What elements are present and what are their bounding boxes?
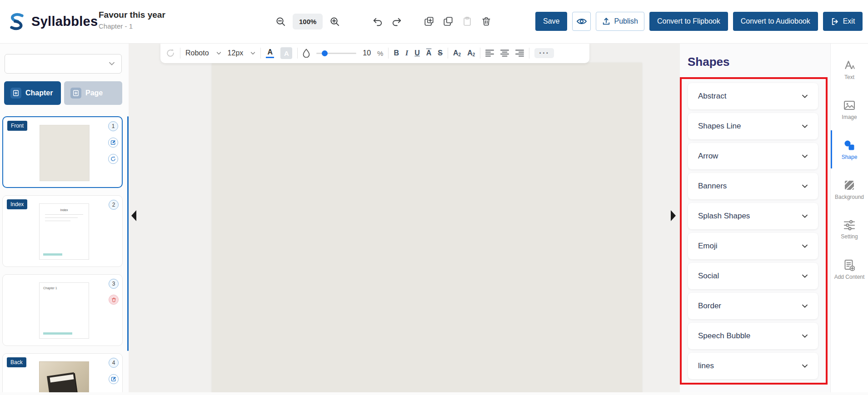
superscript-base: A	[467, 49, 473, 57]
superscript-button[interactable]: A2	[467, 49, 475, 57]
add-chapter-icon	[10, 88, 21, 99]
bold-button[interactable]: B	[394, 49, 399, 57]
preview-button[interactable]	[572, 12, 591, 31]
tab-setting[interactable]: Setting	[831, 213, 868, 246]
tab-background[interactable]: Background	[831, 173, 868, 206]
font-color-button[interactable]: A	[266, 48, 274, 58]
page-card-index[interactable]: Index 2 Index	[2, 195, 123, 267]
divider	[480, 48, 480, 59]
shape-category-shapes-line[interactable]: Shapes Line	[688, 113, 818, 139]
align-center-button[interactable]	[500, 49, 509, 57]
delete-page-button[interactable]	[109, 295, 119, 305]
opacity-slider[interactable]	[316, 53, 356, 54]
convert-flipbook-button[interactable]: Convert to Flipbook	[649, 12, 728, 31]
zoom-controls: 100%	[275, 12, 340, 30]
color-controls: A A	[266, 47, 292, 59]
add-chapter-button[interactable]: Chapter	[4, 81, 61, 105]
align-center-icon	[500, 49, 509, 57]
category-label: lines	[698, 361, 714, 370]
subscript-button[interactable]: A2	[453, 49, 461, 57]
delete-button[interactable]	[481, 16, 491, 26]
shape-category-lines[interactable]: lines	[688, 353, 818, 379]
paste-icon	[462, 16, 472, 26]
publish-label: Publish	[614, 17, 638, 25]
copy-button[interactable]	[443, 16, 453, 26]
italic-button[interactable]: I	[405, 49, 408, 57]
convert-audiobook-button[interactable]: Convert to Audiobook	[733, 12, 818, 31]
add-page-button[interactable]: Page	[64, 81, 122, 105]
shapes-panel: Shapes Abstract Shapes Line Arrow Banner…	[680, 43, 830, 395]
tab-add-content[interactable]: Add Content	[831, 253, 868, 286]
strikethrough-button[interactable]: S	[438, 49, 443, 57]
zoom-in-icon	[329, 16, 340, 27]
divider	[388, 48, 389, 59]
editor-page-canvas[interactable]	[212, 63, 642, 395]
divider	[448, 48, 448, 59]
document-title: Favour this year	[99, 10, 165, 20]
redo-button[interactable]	[392, 17, 402, 27]
shape-category-abstract[interactable]: Abstract	[688, 83, 818, 109]
undo-button[interactable]	[373, 17, 383, 27]
font-family-dropdown[interactable]: Roboto	[185, 49, 221, 57]
edit-page-button[interactable]	[108, 138, 118, 148]
edit-page-button[interactable]	[109, 374, 119, 384]
align-left-button[interactable]	[485, 49, 494, 57]
rotate-page-button[interactable]	[108, 154, 118, 164]
category-label: Splash Shapes	[698, 212, 750, 221]
tab-label: Text	[844, 74, 854, 80]
shape-category-banners[interactable]: Banners	[688, 173, 818, 199]
background-icon	[843, 179, 855, 191]
shape-category-border[interactable]: Border	[688, 293, 818, 319]
save-label: Save	[543, 17, 559, 25]
collapse-right-panel-handle[interactable]	[671, 210, 676, 221]
zoom-level: 100%	[293, 14, 323, 30]
tab-image[interactable]: Image	[831, 93, 868, 126]
page-card-front[interactable]: Front 1	[2, 116, 123, 188]
shape-category-arrow[interactable]: Arrow	[688, 143, 818, 169]
shape-category-emoji[interactable]: Emoji	[688, 233, 818, 259]
chevron-down-icon	[802, 244, 808, 248]
shape-category-social[interactable]: Social	[688, 263, 818, 289]
divider	[180, 48, 180, 59]
page-number-badge: 4	[109, 358, 119, 368]
save-button[interactable]: Save	[535, 12, 567, 31]
shape-category-splash-shapes[interactable]: Splash Shapes	[688, 203, 818, 229]
trash-icon	[111, 297, 116, 302]
underline-button[interactable]: U	[414, 49, 420, 57]
chevron-down-icon	[802, 304, 808, 308]
horizontal-scroll-area[interactable]	[0, 392, 868, 395]
highlight-color-button[interactable]: A	[280, 47, 292, 59]
chevron-down-icon	[250, 52, 255, 55]
eye-icon	[576, 17, 587, 25]
thumbnail-line	[45, 221, 70, 221]
paste-button[interactable]	[462, 16, 472, 26]
text-format-toolbar: Roboto 12px A	[160, 43, 589, 63]
page-card-3[interactable]: 3 Chapter 1	[2, 274, 123, 346]
publish-button[interactable]: Publish	[596, 12, 644, 31]
chapter-select-dropdown[interactable]	[5, 54, 122, 74]
overline-button[interactable]: A	[426, 49, 432, 57]
more-options-button[interactable]: ···	[534, 48, 554, 58]
document-subtitle: Chapter - 1	[99, 22, 165, 30]
category-label: Social	[698, 272, 719, 281]
redo-icon	[392, 17, 402, 27]
shape-category-speech-bubble[interactable]: Speech Bubble	[688, 323, 818, 349]
reset-rotation-button[interactable]	[166, 49, 175, 58]
exit-button[interactable]: Exit	[823, 12, 863, 31]
rotate-icon	[110, 156, 116, 162]
zoom-out-button[interactable]	[275, 16, 286, 27]
highlight-letter: A	[284, 49, 289, 57]
pages-sidebar: Chapter Page Front 1	[0, 43, 129, 395]
duplicate-page-button[interactable]	[424, 16, 434, 26]
page-card-back[interactable]: Back 4	[2, 353, 123, 395]
collapse-left-panel-handle[interactable]	[131, 210, 136, 221]
page-number-badge: 3	[109, 279, 119, 289]
tab-text[interactable]: Text	[831, 53, 868, 86]
opacity-slider-knob[interactable]	[322, 50, 328, 56]
align-right-button[interactable]	[515, 49, 524, 57]
font-size-dropdown[interactable]: 12px	[228, 49, 256, 57]
tab-shape[interactable]: Shape	[831, 133, 868, 166]
chevron-down-icon	[216, 52, 221, 55]
zoom-in-button[interactable]	[329, 16, 340, 27]
tab-label: Shape	[842, 154, 858, 160]
